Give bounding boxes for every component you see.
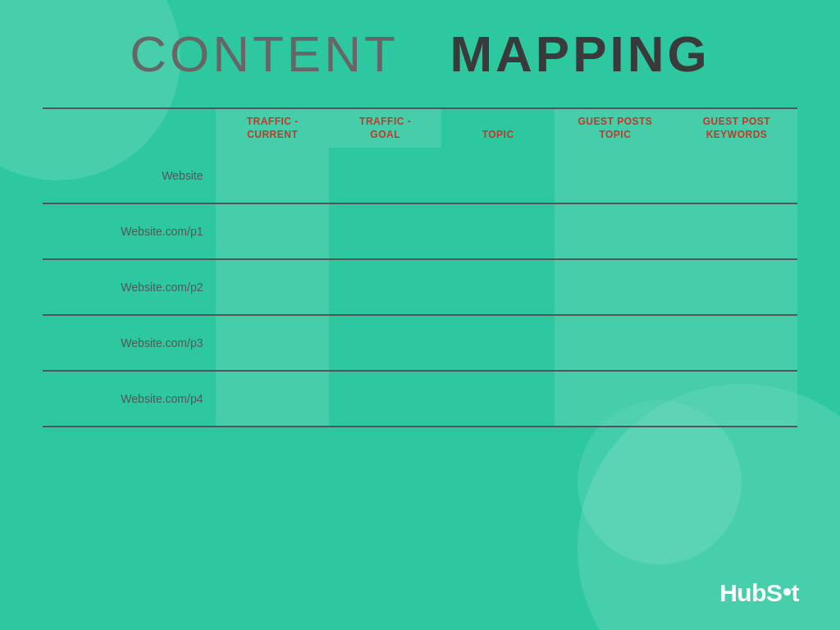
cell-guest-posts-topic-5 — [555, 371, 676, 427]
table-row: Website.com/p2 — [43, 259, 797, 315]
title-part2: MAPPING — [450, 25, 710, 82]
cell-guest-post-keywords-4 — [676, 315, 797, 371]
cell-topic-2 — [441, 203, 554, 259]
cell-topic-1 — [441, 148, 554, 203]
row-label-p1: Website.com/p1 — [43, 203, 216, 259]
cell-traffic-current-2 — [216, 203, 328, 259]
cell-guest-posts-topic-1 — [555, 148, 676, 203]
table-row: Website.com/p3 — [43, 315, 797, 371]
col-header-topic: TOPIC — [441, 109, 554, 148]
table-row: Website.com/p4 — [43, 371, 797, 427]
cell-traffic-goal-5 — [329, 371, 441, 427]
row-label-p3: Website.com/p3 — [43, 315, 216, 371]
cell-traffic-goal-4 — [329, 315, 441, 371]
cell-guest-post-keywords-1 — [676, 148, 797, 203]
table-header-row: TRAFFIC -CURRENT TRAFFIC -GOAL TOPIC GUE… — [43, 109, 797, 148]
col-header-guest-posts-topic: GUEST POSTSTOPIC — [555, 109, 676, 148]
cell-guest-posts-topic-3 — [555, 259, 676, 315]
main-container: CONTENT MAPPING TRAFFIC -CURRENT TRAFFIC… — [0, 0, 840, 630]
cell-traffic-current-3 — [216, 259, 328, 315]
table-wrapper: TRAFFIC -CURRENT TRAFFIC -GOAL TOPIC GUE… — [43, 107, 797, 427]
cell-traffic-current-1 — [216, 148, 328, 203]
row-label-website: Website — [43, 148, 216, 203]
cell-guest-posts-topic-2 — [555, 203, 676, 259]
table-row: Website — [43, 148, 797, 203]
cell-traffic-goal-3 — [329, 259, 441, 315]
cell-topic-5 — [441, 371, 554, 427]
content-mapping-table: TRAFFIC -CURRENT TRAFFIC -GOAL TOPIC GUE… — [43, 109, 797, 427]
title-part1: CONTENT — [130, 25, 398, 82]
cell-guest-posts-topic-4 — [555, 315, 676, 371]
cell-traffic-goal-2 — [329, 203, 441, 259]
table-row: Website.com/p1 — [43, 203, 797, 259]
cell-guest-post-keywords-2 — [676, 203, 797, 259]
cell-traffic-current-5 — [216, 371, 328, 427]
page-title: CONTENT MAPPING — [130, 25, 710, 83]
row-label-p4: Website.com/p4 — [43, 371, 216, 427]
col-header-traffic-goal: TRAFFIC -GOAL — [329, 109, 441, 148]
cell-guest-post-keywords-3 — [676, 259, 797, 315]
cell-traffic-current-4 — [216, 315, 328, 371]
col-header-empty — [43, 109, 216, 148]
cell-traffic-goal-1 — [329, 148, 441, 203]
cell-guest-post-keywords-5 — [676, 371, 797, 427]
row-label-p2: Website.com/p2 — [43, 259, 216, 315]
cell-topic-3 — [441, 259, 554, 315]
col-header-guest-post-keywords: GUEST POSTKEYWORDS — [676, 109, 797, 148]
cell-topic-4 — [441, 315, 554, 371]
col-header-traffic-current: TRAFFIC -CURRENT — [216, 109, 328, 148]
